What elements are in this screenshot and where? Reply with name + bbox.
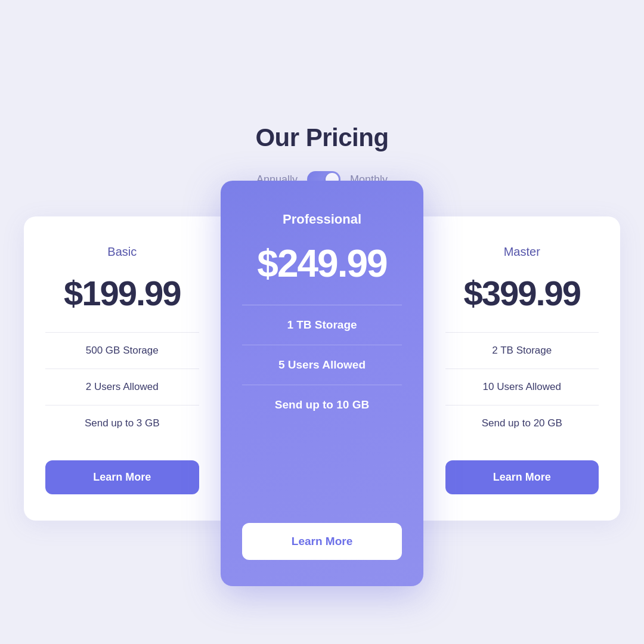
master-plan-price: $399.99 xyxy=(463,273,580,313)
pro-feature-storage: 1 TB Storage xyxy=(242,305,402,345)
basic-learn-more-button[interactable]: Learn More xyxy=(45,460,199,494)
basic-feature-users: 2 Users Allowed xyxy=(45,369,199,405)
master-features-list: 2 TB Storage 10 Users Allowed Send up to… xyxy=(445,333,599,441)
master-learn-more-button[interactable]: Learn More xyxy=(445,460,599,494)
page-background: Our Pricing Annually Monthly Basic $199.… xyxy=(0,0,644,644)
professional-plan-wrapper: Professional $249.99 1 TB Storage 5 User… xyxy=(221,181,423,556)
pro-learn-more-button[interactable]: Learn More xyxy=(242,523,402,560)
page-title: Our Pricing xyxy=(255,123,388,152)
basic-plan-card: Basic $199.99 500 GB Storage 2 Users All… xyxy=(24,216,221,521)
master-plan-name: Master xyxy=(504,245,540,259)
basic-features-list: 500 GB Storage 2 Users Allowed Send up t… xyxy=(45,333,199,441)
pro-features-list: 1 TB Storage 5 Users Allowed Send up to … xyxy=(242,305,402,501)
pro-plan-name: Professional xyxy=(283,212,361,227)
pro-feature-send: Send up to 10 GB xyxy=(242,385,402,425)
pro-feature-users: 5 Users Allowed xyxy=(242,345,402,385)
master-feature-storage: 2 TB Storage xyxy=(445,333,599,369)
master-feature-users: 10 Users Allowed xyxy=(445,369,599,405)
basic-plan-name: Basic xyxy=(107,245,137,259)
basic-feature-send: Send up to 3 GB xyxy=(45,405,199,441)
master-feature-send: Send up to 20 GB xyxy=(445,405,599,441)
basic-feature-storage: 500 GB Storage xyxy=(45,333,199,369)
basic-plan-price: $199.99 xyxy=(64,273,181,313)
pro-plan-price: $249.99 xyxy=(257,242,386,286)
professional-plan-card: Professional $249.99 1 TB Storage 5 User… xyxy=(221,181,423,586)
pricing-cards-wrapper: Basic $199.99 500 GB Storage 2 Users All… xyxy=(24,216,620,521)
master-plan-card: Master $399.99 2 TB Storage 10 Users All… xyxy=(424,216,621,521)
